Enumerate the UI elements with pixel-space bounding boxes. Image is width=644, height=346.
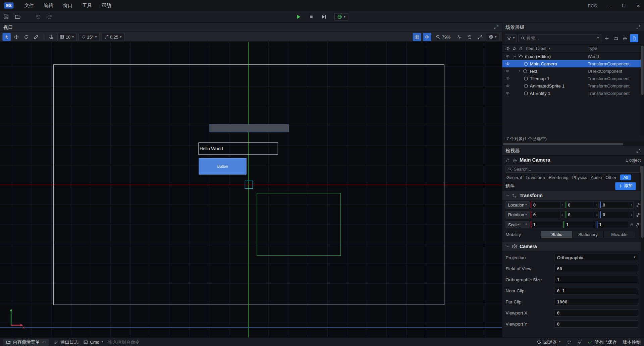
zoom-indicator[interactable]: 79% [436, 34, 450, 39]
play-button[interactable] [296, 14, 302, 19]
orthographic-size-input[interactable]: 1 [554, 276, 638, 283]
save-status[interactable]: 所有已保存 [588, 339, 617, 345]
cmd-dropdown[interactable]: Cmd ▾ [84, 340, 103, 345]
inspector-vertical-scrollbar[interactable] [641, 165, 644, 337]
tab-all[interactable]: All [620, 174, 631, 180]
rotation-snap-dropdown[interactable]: 15° ▾ [78, 33, 100, 41]
stats-button[interactable] [455, 33, 463, 41]
location-x-input[interactable]: 0▴▾ [531, 201, 564, 209]
toggle-gizmos-button[interactable] [423, 33, 431, 41]
gear-icon[interactable] [513, 158, 517, 162]
microphone-icon[interactable] [577, 340, 582, 345]
inspector-search-input[interactable] [514, 167, 638, 172]
expand-panel-icon[interactable] [494, 25, 498, 29]
tree-row-ai-entity[interactable]: AI Entity 1 TransformComponent [502, 90, 644, 97]
near-clip-input[interactable]: 0.1 [554, 287, 638, 294]
scene-file-button[interactable] [630, 34, 638, 42]
filter-dropdown[interactable]: ▾ [505, 34, 517, 42]
tab-other[interactable]: Other [605, 175, 616, 180]
visibility-eye-icon[interactable] [505, 84, 509, 88]
link-axes-icon[interactable] [636, 203, 640, 207]
scale-x-input[interactable]: 1 [531, 221, 562, 228]
expand-panel-icon[interactable] [636, 25, 641, 29]
tree-row-main-camera[interactable]: Main Camera TransformComponent [502, 60, 644, 67]
network-wifi-icon[interactable] [567, 340, 572, 345]
sort-asc-icon[interactable]: ▴ [549, 47, 550, 50]
version-control-button[interactable]: 版本控制 [623, 339, 641, 345]
stepper-icon[interactable]: ▴▾ [595, 212, 598, 218]
rotation-y-input[interactable]: 0▴▾ [566, 211, 599, 218]
anchor-snap-tool[interactable] [47, 33, 55, 41]
stepper-icon[interactable]: ▴▾ [630, 212, 633, 218]
scene-canvas[interactable]: Hello World Button x [0, 42, 502, 338]
far-clip-input[interactable]: 1000 [554, 298, 638, 305]
visibility-eye-icon[interactable] [505, 54, 509, 58]
rotation-x-input[interactable]: 0▴▾ [531, 211, 564, 218]
viewport-y-input[interactable]: 0 [554, 320, 638, 328]
scene-button-widget[interactable]: Button [199, 158, 247, 174]
visibility-eye-icon[interactable] [505, 91, 509, 95]
scale-snap-dropdown[interactable]: 0.25 ▾ [101, 33, 124, 41]
toggle-grid-button[interactable] [413, 33, 421, 41]
visibility-eye-icon[interactable] [505, 69, 509, 73]
hierarchy-settings-button[interactable] [621, 35, 628, 42]
mobility-movable[interactable]: Movable [604, 231, 635, 238]
location-mode-dropdown[interactable]: Location▾ [505, 201, 529, 209]
new-folder-button[interactable] [612, 35, 619, 42]
eye-icon[interactable] [505, 46, 509, 50]
open-folder-icon[interactable] [15, 14, 20, 19]
tree-row-animatedsprite[interactable]: AnimatedSprite 1 TransformComponent [502, 82, 644, 90]
star-icon[interactable] [512, 46, 516, 50]
undo-icon[interactable] [35, 14, 41, 19]
viewport-x-input[interactable]: 0 [554, 309, 638, 316]
scale-y-input[interactable]: 1 [564, 221, 595, 228]
menu-window[interactable]: 窗口 [58, 2, 77, 8]
stepper-icon[interactable]: ▴▾ [595, 201, 598, 208]
menu-edit[interactable]: 编辑 [39, 2, 58, 8]
grid-snap-dropdown[interactable]: 10 ▾ [57, 33, 76, 41]
rotation-mode-dropdown[interactable]: Rotation▾ [505, 211, 529, 218]
select-tool[interactable] [2, 33, 10, 41]
selection-gizmo-box[interactable] [245, 181, 253, 189]
step-button[interactable] [321, 14, 327, 19]
tree-row-world[interactable]: main (Editor) World [502, 53, 644, 60]
chevron-down-icon[interactable]: ▾ [597, 37, 599, 40]
visibility-eye-icon[interactable] [505, 62, 509, 66]
move-tool[interactable] [12, 33, 20, 41]
tab-general[interactable]: General [506, 175, 522, 180]
scale-mode-dropdown[interactable]: Scale▾ [505, 221, 529, 228]
tree-row-tilemap[interactable]: Tilemap 1 TransformComponent [502, 75, 644, 82]
hierarchy-search-input[interactable] [527, 36, 596, 41]
transform-section-header[interactable]: Transform [502, 191, 644, 200]
stepper-icon[interactable]: ▴▾ [630, 201, 633, 208]
edit-tool[interactable] [32, 33, 40, 41]
content-drawer-button[interactable]: 内容侧滑菜单 [3, 339, 49, 346]
column-type[interactable]: Type [588, 46, 597, 51]
scrollbar-thumb[interactable] [641, 46, 643, 95]
tab-rendering[interactable]: Rendering [549, 175, 569, 180]
menu-file[interactable]: 文件 [19, 2, 39, 8]
projection-select[interactable]: Orthographic▾ [554, 254, 638, 261]
minimize-button[interactable]: – [608, 2, 611, 8]
link-axes-icon[interactable] [636, 222, 640, 227]
hierarchy-horizontal-scrollbar[interactable] [502, 142, 644, 146]
link-axes-icon[interactable] [636, 213, 640, 217]
add-component-button[interactable]: 添加 [615, 182, 636, 190]
chevron-down-icon[interactable] [513, 54, 517, 58]
stop-button[interactable] [309, 14, 314, 19]
redo-icon[interactable] [47, 14, 53, 19]
close-button[interactable]: × [637, 2, 640, 9]
viewport-mode-dropdown[interactable]: ▾ [486, 33, 499, 41]
lock-icon[interactable] [519, 46, 523, 50]
rotation-z-input[interactable]: 0▴▾ [600, 211, 634, 218]
lock-scale-icon[interactable] [630, 223, 634, 227]
tree-row-text[interactable]: Text UITextComponent [502, 67, 644, 75]
fullscreen-button[interactable] [476, 33, 484, 41]
field-of-view-input[interactable]: 60 [554, 265, 638, 272]
scene-slider-widget[interactable] [209, 124, 288, 132]
menu-help[interactable]: 帮助 [97, 2, 116, 8]
mobility-stationary[interactable]: Stationary [573, 231, 604, 238]
tab-audio[interactable]: Audio [591, 175, 602, 180]
mobility-static[interactable]: Static [541, 231, 573, 238]
launch-target-dropdown[interactable]: ▾ [334, 13, 348, 20]
